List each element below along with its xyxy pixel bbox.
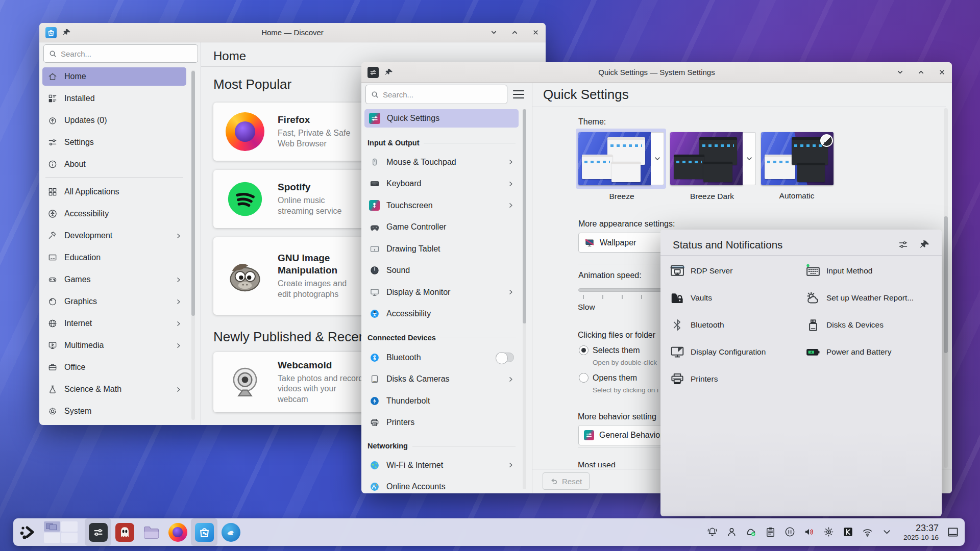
hamburger-menu-icon[interactable] (512, 89, 525, 99)
maximize-button[interactable] (511, 29, 519, 36)
volume-icon[interactable] (803, 526, 815, 538)
sidebar-item-mouse-touchpad[interactable]: Mouse & Touchpad (364, 153, 519, 171)
sidebar-item-multimedia[interactable]: Multimedia (42, 336, 186, 355)
discover-search-input[interactable] (61, 49, 192, 58)
discover-titlebar[interactable]: Home — Discover (39, 23, 546, 42)
cloud-sync-icon[interactable] (745, 526, 757, 538)
theme-breeze-dropdown[interactable] (651, 132, 664, 185)
pager-desktop-3[interactable] (44, 533, 60, 543)
minimize-button[interactable] (896, 68, 904, 76)
clock[interactable]: 23:37 2025-10-16 (903, 523, 939, 541)
virtual-desktop-pager[interactable] (44, 521, 79, 543)
sidebar-item-education[interactable]: Education (42, 248, 186, 267)
grid-icon (47, 187, 58, 197)
pin-icon[interactable] (63, 28, 71, 37)
sidebar-scrollbar[interactable] (191, 70, 195, 420)
sidebar-item-development[interactable]: Development (42, 227, 186, 245)
sidebar-item-thunderbolt[interactable]: Thunderbolt (364, 392, 519, 410)
radio-selects-them[interactable] (579, 345, 589, 355)
tray-item-vaults[interactable]: Vaults (670, 290, 712, 306)
theme-breeze-dark-dropdown[interactable] (743, 132, 756, 185)
discover-search[interactable] (43, 44, 198, 63)
sidebar-item-online-accounts[interactable]: Online Accounts (364, 478, 519, 494)
pin-icon[interactable] (385, 68, 394, 77)
theme-card-automatic[interactable] (758, 129, 836, 189)
theme-card-breeze-dark[interactable] (668, 129, 758, 189)
radio-opens-them[interactable] (579, 373, 589, 383)
kate-icon[interactable] (842, 526, 854, 538)
settings-main-scrollbar[interactable] (944, 108, 948, 468)
sidebar-item-office[interactable]: Office (42, 358, 186, 377)
chevron-right-icon (175, 342, 182, 349)
pin-icon[interactable] (920, 239, 930, 250)
settings-search[interactable] (365, 85, 507, 104)
sidebar-item-drawing-tablet[interactable]: Drawing Tablet (364, 240, 519, 258)
task-system-settings[interactable] (85, 518, 111, 546)
sidebar-item-game-controller[interactable]: Game Controller (364, 218, 519, 237)
tray-item-display-configuration[interactable]: Display Configuration (670, 344, 766, 360)
task-file-manager[interactable] (138, 518, 164, 546)
tray-item-weather[interactable]: Set up Weather Report... (805, 290, 914, 306)
task-discover[interactable] (191, 518, 217, 546)
maximize-button[interactable] (917, 68, 925, 76)
media-pause-icon[interactable] (784, 526, 796, 538)
sidebar-item-about[interactable]: About (42, 155, 186, 173)
bluetooth-toggle[interactable] (496, 353, 514, 362)
brightness-icon[interactable] (823, 526, 835, 538)
sidebar-item-system[interactable]: System (42, 402, 186, 420)
close-button[interactable] (938, 68, 946, 76)
sidebar-item-accessibility[interactable]: Accessibility (364, 305, 519, 323)
settings-titlebar[interactable]: Quick Settings — System Settings (361, 62, 952, 83)
app-launcher-button[interactable] (18, 523, 37, 541)
bluetooth-blue-icon (369, 352, 380, 363)
sidebar-item-updates[interactable]: Updates (0) (42, 111, 186, 130)
more-behavior-label: More behavior setting (578, 412, 656, 421)
sidebar-item-all-applications[interactable]: All Applications (42, 183, 186, 201)
pager-desktop-2[interactable] (61, 521, 78, 532)
sidebar-item-installed[interactable]: Installed (42, 89, 186, 108)
tray-expand-chevron-icon[interactable] (881, 526, 893, 538)
theme-card-breeze[interactable] (576, 129, 666, 189)
sidebar-item-quick-settings[interactable]: Quick Settings (364, 109, 519, 128)
sidebar-item-science-math[interactable]: Science & Math (42, 380, 186, 398)
settings-search-input[interactable] (383, 90, 502, 99)
clicking-label: Clicking files or folder (578, 331, 655, 340)
sidebar-item-accessibility[interactable]: Accessibility (42, 205, 186, 223)
show-desktop-button[interactable] (946, 525, 960, 539)
minimize-button[interactable] (490, 29, 498, 36)
tray-item-bluetooth[interactable]: Bluetooth (670, 317, 724, 333)
animation-speed-label: Animation speed: (578, 271, 642, 280)
sidebar-item-home[interactable]: Home (42, 67, 186, 86)
reset-button[interactable]: Reset (543, 472, 590, 490)
pager-desktop-1[interactable] (44, 521, 60, 532)
undo-icon (550, 478, 558, 485)
task-ghostwriter[interactable] (111, 518, 138, 546)
close-button[interactable] (532, 29, 540, 36)
sidebar-item-disks-cameras[interactable]: Disks & Cameras (364, 370, 519, 389)
user-icon[interactable] (726, 526, 738, 538)
task-konqi[interactable] (217, 518, 244, 546)
sidebar-item-graphics[interactable]: Graphics (42, 292, 186, 311)
clipboard-icon[interactable] (765, 526, 776, 538)
settings-sidebar-scrollbar[interactable] (523, 109, 526, 489)
tray-item-disks-devices[interactable]: Disks & Devices (805, 317, 884, 333)
tray-item-input-method[interactable]: Input Method (805, 263, 872, 279)
sidebar-item-display-monitor[interactable]: Display & Monitor (364, 283, 519, 302)
task-firefox[interactable] (164, 518, 191, 546)
sidebar-item-wifi-internet[interactable]: Wi-Fi & Internet (364, 456, 519, 474)
wifi-icon[interactable] (862, 526, 873, 538)
sidebar-item-keyboard[interactable]: Keyboard (364, 175, 519, 193)
sidebar-item-bluetooth[interactable]: Bluetooth (364, 348, 519, 367)
tray-item-printers[interactable]: Printers (670, 371, 718, 387)
pager-desktop-4[interactable] (61, 533, 78, 543)
sidebar-item-printers[interactable]: Printers (364, 414, 519, 432)
sidebar-item-settings[interactable]: Settings (42, 133, 186, 152)
configure-icon[interactable] (898, 239, 909, 250)
sidebar-item-internet[interactable]: Internet (42, 314, 186, 333)
notifications-bell-icon[interactable] (706, 526, 718, 538)
tray-item-rdp-server[interactable]: RDP Server (670, 263, 732, 279)
tray-item-power-battery[interactable]: Power and Battery (805, 344, 892, 360)
sidebar-item-touchscreen[interactable]: Touchscreen (364, 196, 519, 215)
sidebar-item-games[interactable]: Games (42, 270, 186, 289)
sidebar-item-sound[interactable]: Sound (364, 262, 519, 280)
